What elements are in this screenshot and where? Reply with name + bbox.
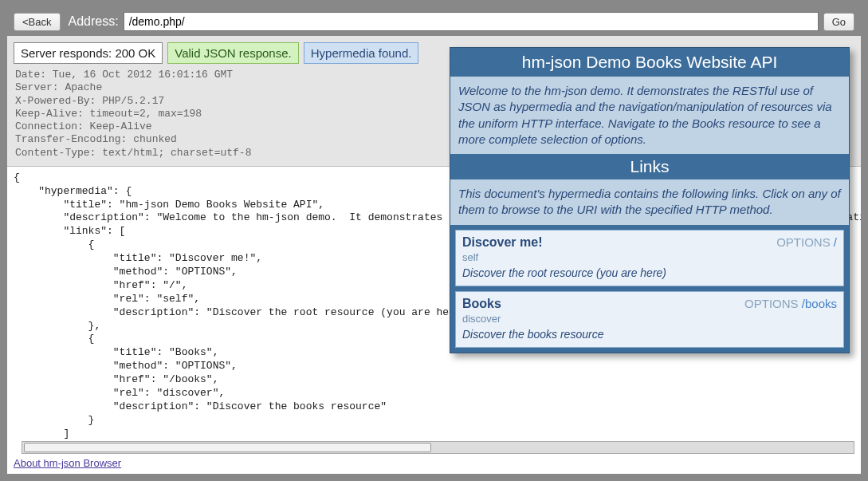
- link-title: Discover me!: [462, 235, 543, 250]
- link-method: OPTIONS: [776, 235, 831, 249]
- link-href[interactable]: /: [834, 235, 837, 249]
- link-rel: self: [462, 251, 837, 263]
- link-href[interactable]: /books: [802, 297, 837, 310]
- link-description: Discover the root resource (you are here…: [462, 266, 837, 279]
- status-response-badge: Server responds: 200 OK: [14, 42, 163, 64]
- about-link[interactable]: About hm-json Browser: [7, 457, 861, 474]
- link-rel: discover: [462, 313, 837, 325]
- panel-links-intro: This document's hypermedia contains the …: [450, 179, 849, 225]
- go-button[interactable]: Go: [823, 13, 854, 31]
- link-method: OPTIONS: [744, 297, 799, 310]
- hypermedia-panel: hm-json Demo Books Website API Welcome t…: [450, 47, 850, 353]
- status-valid-badge: Valid JSON response.: [167, 42, 298, 64]
- link-card[interactable]: Books OPTIONS /books discover Discover t…: [455, 291, 844, 348]
- link-title: Books: [462, 297, 501, 311]
- link-description: Discover the books resource: [462, 328, 837, 341]
- scrollbar-thumb[interactable]: [24, 443, 431, 452]
- horizontal-scrollbar[interactable]: [22, 441, 854, 454]
- address-input[interactable]: [124, 12, 819, 31]
- panel-title: hm-json Demo Books Website API: [450, 48, 849, 77]
- address-label: Address:: [69, 14, 119, 29]
- app-frame: <Back Address: Go Server responds: 200 O…: [6, 6, 862, 475]
- link-meta: OPTIONS /books: [744, 297, 837, 310]
- panel-description: Welcome to the hm-json demo. It demonstr…: [450, 77, 849, 154]
- link-card[interactable]: Discover me! OPTIONS / self Discover the…: [455, 230, 844, 286]
- back-button[interactable]: <Back: [14, 13, 61, 31]
- toolbar: <Back Address: Go: [7, 7, 861, 36]
- status-hypermedia-badge[interactable]: Hypermedia found.: [304, 42, 419, 64]
- panel-links-heading: Links: [450, 154, 849, 179]
- link-meta: OPTIONS /: [776, 235, 837, 249]
